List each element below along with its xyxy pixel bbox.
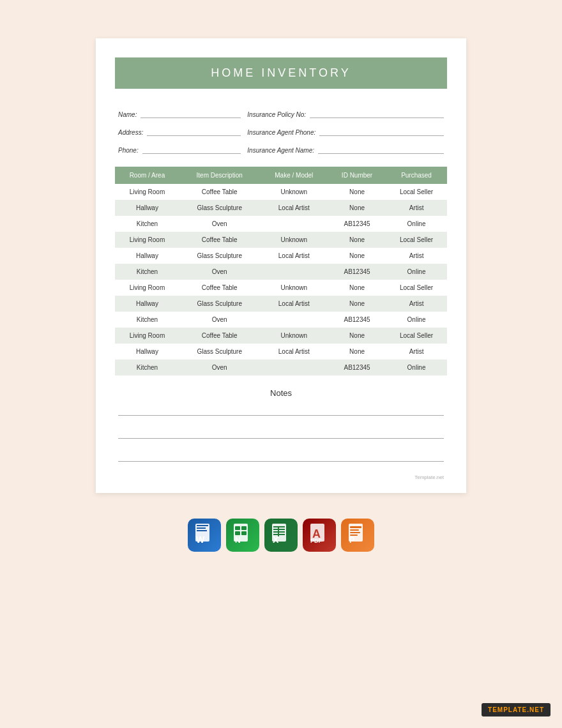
cell-id: AB12345 xyxy=(328,264,386,280)
svg-rect-23 xyxy=(350,529,359,531)
address-label: Address: xyxy=(118,129,143,136)
cell-id: None xyxy=(328,200,386,216)
cell-item: Coffee Table xyxy=(179,280,260,296)
cell-item: Coffee Table xyxy=(179,232,260,248)
badge-prefix: TEMPLATE xyxy=(488,706,527,713)
insurance-name-field-group: Insurance Agent Name: xyxy=(247,144,444,154)
insurance-policy-label: Insurance Policy No: xyxy=(247,111,306,118)
address-input[interactable] xyxy=(147,126,241,136)
cell-make: Local Artist xyxy=(260,296,328,312)
cell-make xyxy=(260,216,328,232)
cell-purchased: Online xyxy=(386,264,447,280)
cell-room: Kitchen xyxy=(115,264,179,280)
table-row: Living RoomCoffee TableUnknownNoneLocal … xyxy=(115,184,447,200)
word-icon[interactable]: W xyxy=(188,519,221,552)
cell-make: Local Artist xyxy=(260,344,328,360)
cell-item: Glass Sculpture xyxy=(179,296,260,312)
cell-item: Coffee Table xyxy=(179,184,260,200)
cell-purchased: Local Seller xyxy=(386,328,447,344)
cell-id: AB12345 xyxy=(328,216,386,232)
notes-title: Notes xyxy=(118,388,444,398)
insurance-agent-name-input[interactable] xyxy=(318,144,444,154)
cell-purchased: Local Seller xyxy=(386,280,447,296)
svg-rect-7 xyxy=(241,526,247,530)
name-input[interactable] xyxy=(140,108,241,118)
table-row: HallwayGlass SculptureLocal ArtistNoneAr… xyxy=(115,200,447,216)
table-row: KitchenOvenAB12345Online xyxy=(115,360,447,375)
cell-purchased: Artist xyxy=(386,200,447,216)
form-row-3: Phone: Insurance Agent Name: xyxy=(118,144,444,154)
table-row: HallwayGlass SculptureLocal ArtistNoneAr… xyxy=(115,296,447,312)
cell-id: None xyxy=(328,296,386,312)
cell-id: None xyxy=(328,344,386,360)
cell-item: Oven xyxy=(179,360,260,375)
col-id: ID Number xyxy=(328,167,386,184)
insurance-phone-field-group: Insurance Agent Phone: xyxy=(247,126,444,136)
col-make: Make / Model xyxy=(260,167,328,184)
cell-room: Kitchen xyxy=(115,312,179,328)
table-body: Living RoomCoffee TableUnknownNoneLocal … xyxy=(115,184,447,375)
cell-purchased: Artist xyxy=(386,344,447,360)
table-row: Living RoomCoffee TableUnknownNoneLocal … xyxy=(115,232,447,248)
phone-input[interactable] xyxy=(142,144,241,154)
svg-rect-1 xyxy=(197,525,208,526)
cell-room: Living Room xyxy=(115,184,179,200)
page-container: HOME INVENTORY Name: Insurance Policy No… xyxy=(0,0,562,565)
col-purchased: Purchased xyxy=(386,167,447,184)
cell-id: None xyxy=(328,280,386,296)
cell-id: None xyxy=(328,328,386,344)
cell-purchased: Artist xyxy=(386,248,447,264)
header-row: Room / Area Item Description Make / Mode… xyxy=(115,167,447,184)
cell-room: Living Room xyxy=(115,280,179,296)
cell-item: Oven xyxy=(179,216,260,232)
cell-item: Glass Sculpture xyxy=(179,344,260,360)
cell-item: Oven xyxy=(179,312,260,328)
badge-suffix: .NET xyxy=(527,706,544,713)
svg-rect-9 xyxy=(241,531,247,535)
pages-icon[interactable]: P xyxy=(341,519,374,552)
document-title: HOME INVENTORY xyxy=(115,57,447,89)
notes-line-1[interactable] xyxy=(118,403,444,416)
cell-purchased: Online xyxy=(386,312,447,328)
notes-line-3[interactable] xyxy=(118,449,444,462)
form-fields: Name: Insurance Policy No: Address: Insu… xyxy=(115,108,447,154)
cell-purchased: Local Seller xyxy=(386,232,447,248)
cell-make xyxy=(260,264,328,280)
cell-purchased: Local Seller xyxy=(386,184,447,200)
cell-make xyxy=(260,360,328,375)
cell-make: Unknown xyxy=(260,184,328,200)
cell-purchased: Artist xyxy=(386,296,447,312)
cell-room: Hallway xyxy=(115,296,179,312)
acrobat-icon[interactable]: A PDF xyxy=(303,519,336,552)
cell-id: AB12345 xyxy=(328,312,386,328)
numbers-icon[interactable]: N xyxy=(226,519,259,552)
svg-text:N: N xyxy=(235,536,241,545)
cell-make: Unknown xyxy=(260,328,328,344)
svg-rect-2 xyxy=(197,527,206,529)
svg-rect-8 xyxy=(235,531,240,535)
notes-line-2[interactable] xyxy=(118,426,444,439)
cell-make xyxy=(260,312,328,328)
bottom-icons: W N X xyxy=(188,519,374,552)
table-row: KitchenOvenAB12345Online xyxy=(115,264,447,280)
template-watermark: Template.net xyxy=(115,474,447,480)
form-row-1: Name: Insurance Policy No: xyxy=(118,108,444,118)
insurance-agent-phone-input[interactable] xyxy=(319,126,444,136)
svg-rect-3 xyxy=(197,530,207,531)
cell-room: Living Room xyxy=(115,328,179,344)
template-badge: TEMPLATE.NET xyxy=(482,703,551,717)
table-row: HallwayGlass SculptureLocal ArtistNoneAr… xyxy=(115,248,447,264)
insurance-policy-field-group: Insurance Policy No: xyxy=(247,108,444,118)
cell-room: Hallway xyxy=(115,248,179,264)
svg-text:W: W xyxy=(196,535,205,545)
table-header: Room / Area Item Description Make / Mode… xyxy=(115,167,447,184)
cell-item: Glass Sculpture xyxy=(179,248,260,264)
form-row-2: Address: Insurance Agent Phone: xyxy=(118,126,444,136)
excel-icon[interactable]: X xyxy=(264,519,298,552)
cell-id: None xyxy=(328,248,386,264)
insurance-agent-phone-label: Insurance Agent Phone: xyxy=(247,129,315,136)
table-row: Living RoomCoffee TableUnknownNoneLocal … xyxy=(115,280,447,296)
svg-text:P: P xyxy=(349,536,354,545)
insurance-policy-input[interactable] xyxy=(310,108,444,118)
name-field-group: Name: xyxy=(118,108,241,118)
